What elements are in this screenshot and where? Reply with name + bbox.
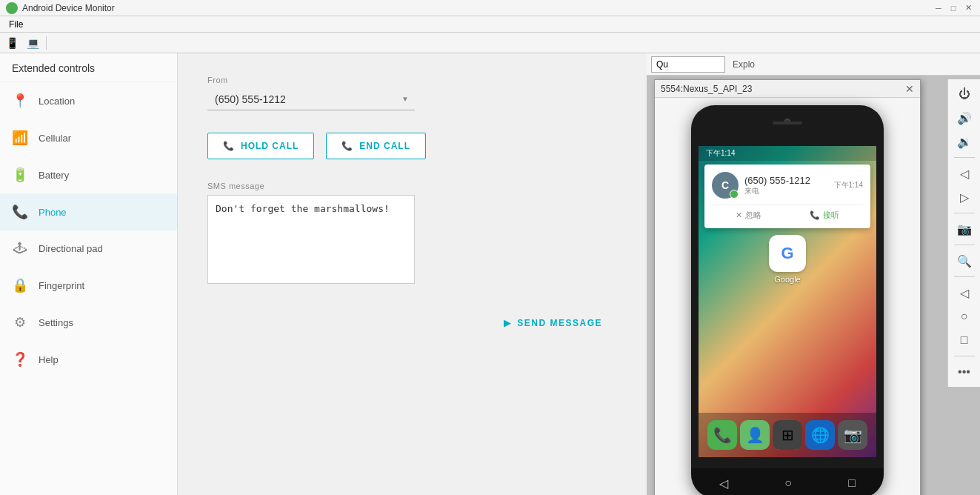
sidebar-item-fingerprint-label: Fingerprint	[39, 280, 84, 291]
maximize-button[interactable]: □	[947, 2, 959, 14]
tool-nav-recent[interactable]: □	[953, 330, 976, 351]
menu-file[interactable]: File	[3, 19, 29, 30]
toolbar-separator	[46, 36, 47, 50]
answer-button[interactable]: 📞 接听	[810, 210, 839, 221]
send-label: SEND MESSAGE	[517, 318, 602, 328]
caller-label: 来电	[744, 186, 828, 196]
hold-call-label: HOLD CALL	[241, 141, 299, 151]
toolbar-btn-2[interactable]: 💻	[24, 35, 41, 51]
ignore-icon: ✕	[736, 210, 742, 220]
sms-label: SMS message	[207, 182, 617, 190]
end-call-button[interactable]: 📞 END CALL	[326, 133, 426, 159]
tool-volume-up[interactable]: 🔊	[953, 107, 976, 128]
tool-rotate-left[interactable]: ◁	[953, 163, 976, 184]
sidebar-item-cellular[interactable]: 📶 Cellular	[0, 119, 177, 156]
app-title: Android Device Monitor	[22, 3, 933, 13]
extended-controls-title: Extended controls	[0, 53, 177, 82]
tool-rotate-right[interactable]: ▷	[953, 187, 976, 207]
sidebar-item-directional-pad[interactable]: 🕹 Directional pad	[0, 230, 177, 267]
minimize-button[interactable]: ─	[933, 2, 944, 14]
tool-screenshot[interactable]: 📷	[953, 219, 976, 239]
help-icon: ❓	[12, 351, 28, 368]
phone-section: From (650) 555-1212 📞 HOLD CALL 📞 END CA…	[207, 76, 617, 336]
nav-back-button[interactable]: ◁	[719, 476, 728, 491]
window-controls: ─ □ ✕	[933, 2, 974, 14]
sidebar-item-cellular-label: Cellular	[39, 133, 71, 144]
from-field: From (650) 555-1212	[207, 76, 617, 110]
sidebar-item-settings[interactable]: ⚙ Settings	[0, 304, 177, 341]
app-icon	[6, 2, 18, 14]
dock-apps[interactable]: ⊞	[773, 420, 802, 450]
tool-zoom[interactable]: 🔍	[953, 250, 976, 271]
caller-number: (650) 555-1212	[744, 175, 828, 186]
location-icon: 📍	[12, 93, 28, 109]
speaker-grille	[773, 122, 802, 124]
right-panel: Qu Explo 5554:Nexus_5_API_23 ✕ 下午1:14	[647, 53, 980, 495]
nav-home-button[interactable]: ○	[784, 476, 792, 490]
ignore-label: 忽略	[745, 210, 761, 221]
home-screen: G Google	[699, 235, 876, 284]
search-bar[interactable]: Qu	[651, 56, 725, 73]
sidebar-item-help[interactable]: ❓ Help	[0, 341, 177, 378]
sms-section: SMS message Don't forget the marshmallow…	[207, 182, 617, 284]
main-toolbar: 📱 💻	[0, 33, 980, 53]
call-card-header: C (650) 555-1212 来电 下午1:14	[712, 172, 863, 199]
sms-textarea[interactable]: Don't forget the marshmallows!	[207, 195, 415, 284]
sidebar-item-location[interactable]: 📍 Location	[0, 82, 177, 119]
sidebar-item-fingerprint[interactable]: 🔒 Fingerprint	[0, 267, 177, 304]
sidebar-item-phone-label: Phone	[39, 207, 67, 218]
send-icon: ▶	[504, 318, 512, 328]
phone-icon: 📞	[12, 204, 28, 220]
device-window-close-button[interactable]: ✕	[905, 83, 914, 95]
search-text: Qu	[656, 59, 668, 70]
tool-nav-home[interactable]: ○	[953, 306, 976, 327]
dock-browser[interactable]: 🌐	[805, 420, 835, 450]
phone-device: 下午1:14 C (650) 555-1212	[691, 105, 884, 495]
sidebar-item-dpad-label: Directional pad	[39, 243, 103, 254]
tool-volume-down[interactable]: 🔉	[953, 131, 976, 152]
tool-separator-4	[954, 276, 975, 277]
google-icon: G	[769, 235, 806, 272]
sidebar-item-battery-label: Battery	[39, 170, 69, 181]
nav-recent-button[interactable]: □	[848, 476, 856, 490]
call-buttons: 📞 HOLD CALL 📞 END CALL	[207, 133, 617, 159]
incoming-call-card: C (650) 555-1212 来电 下午1:14	[704, 165, 870, 228]
caller-avatar: C	[712, 172, 739, 199]
device-toolbar: Qu Explo	[647, 53, 980, 76]
google-app[interactable]: G Google	[699, 235, 876, 284]
avatar-online-badge	[730, 190, 739, 199]
sidebar-item-phone[interactable]: 📞 Phone	[0, 193, 177, 230]
from-select-wrapper: (650) 555-1212	[207, 89, 415, 110]
send-section: ▶ SEND MESSAGE	[207, 310, 617, 336]
dock-phone[interactable]: 📞	[707, 420, 737, 450]
ignore-button[interactable]: ✕ 忽略	[736, 210, 761, 221]
explorer-label: Explo	[733, 59, 755, 70]
device-window-title: 5554:Nexus_5_API_23 ✕	[655, 80, 920, 98]
send-message-button[interactable]: ▶ SEND MESSAGE	[489, 310, 617, 336]
nav-items-list: 📍 Location 📶 Cellular 🔋 Battery 📞 Phone …	[0, 82, 177, 495]
call-actions: ✕ 忽略 📞 接听	[712, 205, 863, 221]
phone-content-area: From (650) 555-1212 📞 HOLD CALL 📞 END CA…	[178, 53, 647, 495]
end-call-label: END CALL	[359, 141, 410, 151]
status-time: 下午1:14	[706, 148, 735, 159]
answer-icon: 📞	[810, 210, 820, 220]
tool-power[interactable]: ⏻	[953, 84, 976, 104]
hold-call-button[interactable]: 📞 HOLD CALL	[207, 133, 314, 159]
tool-nav-back[interactable]: ◁	[953, 282, 976, 303]
device-window: 5554:Nexus_5_API_23 ✕ 下午1:14	[654, 79, 921, 495]
dock-contacts[interactable]: 👤	[740, 420, 770, 450]
sidebar-item-battery[interactable]: 🔋 Battery	[0, 156, 177, 193]
tool-separator-1	[954, 157, 975, 158]
hold-call-icon: 📞	[223, 141, 235, 151]
dock-camera[interactable]: 📷	[838, 420, 867, 450]
from-number-select[interactable]: (650) 555-1212	[207, 89, 415, 110]
tool-separator-2	[954, 213, 975, 213]
tool-separator-5	[954, 356, 975, 356]
toolbar-btn-1[interactable]: 📱	[3, 35, 21, 51]
settings-icon: ⚙	[12, 314, 28, 330]
tool-separator-3	[954, 245, 975, 245]
tool-more[interactable]: •••	[953, 362, 976, 382]
close-button[interactable]: ✕	[962, 2, 974, 14]
main-layout: Extended controls 📍 Location 📶 Cellular …	[0, 53, 980, 495]
device-title-text: 5554:Nexus_5_API_23	[661, 84, 752, 94]
